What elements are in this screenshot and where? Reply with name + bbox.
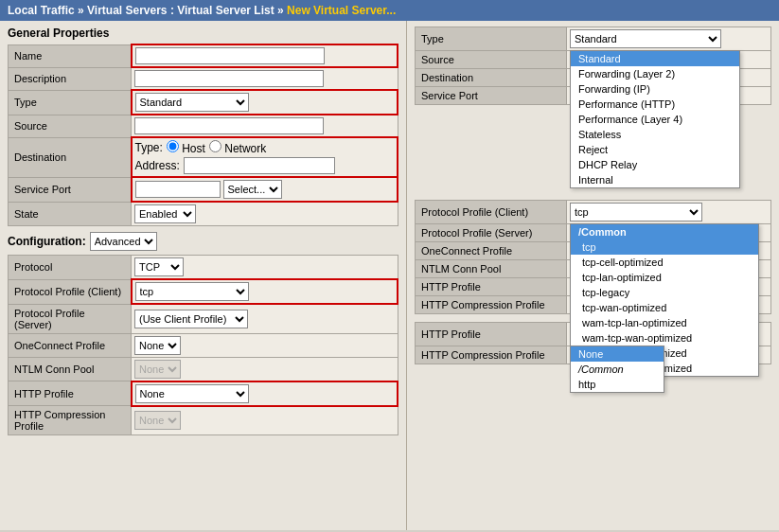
type-option-fwdip[interactable]: Forwarding (IP)	[571, 81, 739, 97]
description-label: Description	[9, 67, 132, 90]
configuration-table: Protocol TCP UDP SCTP Protocol Profile (…	[8, 255, 398, 435]
source-input-cell	[132, 115, 398, 137]
proto-dropdown-section: Protocol Profile (Client) tcp /Common tc…	[415, 200, 771, 314]
destination-input-cell: Type: Host Network Address:	[132, 137, 398, 177]
http-profile-cell: None	[132, 381, 398, 406]
http-dropdown-group: /Common	[571, 362, 664, 377]
breadcrumb-virtual-servers[interactable]: Virtual Servers : Virtual Server List	[87, 4, 274, 17]
oneconnect-select[interactable]: None	[134, 336, 181, 355]
dest-type-label: Type:	[135, 141, 163, 154]
right-http-compression-label: HTTP Compression Profile	[416, 346, 567, 364]
type-label: Type	[9, 90, 132, 115]
state-row: State Enabled Disabled	[9, 202, 398, 226]
oneconnect-cell: None	[132, 333, 398, 357]
type-option-perfl4[interactable]: Performance (Layer 4)	[571, 112, 739, 127]
type-option-fwdl2[interactable]: Forwarding (Layer 2)	[571, 66, 739, 81]
dest-network-label: Network	[209, 140, 266, 155]
source-row: Source	[9, 115, 398, 137]
oneconnect-label: OneConnect Profile	[9, 333, 132, 357]
proto-profile-client-label: Protocol Profile (Client)	[9, 279, 132, 304]
right-type-select[interactable]: Standard	[570, 29, 721, 48]
http-option-none[interactable]: None	[571, 346, 664, 362]
config-mode-select[interactable]: Advanced Basic	[90, 232, 157, 251]
right-oneconnect-label: OneConnect Profile	[416, 242, 567, 260]
right-source-label: Source	[416, 51, 567, 69]
proto-option-tcp-wan[interactable]: tcp-wan-optimized	[571, 300, 758, 315]
general-properties-table: Name Description Type Standard Forwardin…	[8, 44, 398, 226]
proto-dropdown-container: tcp /Common tcp tcp-cell-optimized tcp-l…	[570, 203, 702, 222]
right-proto-client-select[interactable]: tcp	[570, 203, 702, 222]
type-dropdown-popup: Standard Forwarding (Layer 2) Forwarding…	[570, 50, 740, 188]
http-compression-cell: None	[132, 406, 398, 435]
header: Local Traffic » Virtual Servers : Virtua…	[0, 0, 779, 21]
type-option-internal[interactable]: Internal	[571, 172, 739, 187]
proto-option-tcp-lan[interactable]: tcp-lan-optimized	[571, 270, 758, 285]
right-destination-label: Destination	[416, 69, 567, 87]
http-profile-label: HTTP Profile	[9, 381, 132, 406]
service-port-input-cell: Select...	[132, 177, 398, 202]
state-label: State	[9, 202, 132, 226]
http-compression-select[interactable]: None	[134, 411, 181, 430]
sep1: »	[78, 4, 87, 17]
proto-option-wam-lan[interactable]: wam-tcp-lan-optimized	[571, 315, 758, 330]
breadcrumb-local-traffic[interactable]: Local Traffic	[8, 4, 75, 17]
right-type-cell: Standard Standard Forwarding (Layer 2) F…	[567, 27, 771, 51]
proto-profile-server-select[interactable]: (Use Client Profile)	[134, 310, 248, 328]
proto-client-dropdown-row: Protocol Profile (Client) tcp /Common tc…	[416, 201, 771, 224]
dest-network-radio[interactable]	[209, 140, 221, 152]
proto-option-tcp-cell[interactable]: tcp-cell-optimized	[571, 255, 758, 270]
sep2: »	[277, 4, 287, 17]
protocol-row: Protocol TCP UDP SCTP	[9, 256, 398, 280]
service-port-label: Service Port	[9, 177, 132, 202]
right-proto-client-cell: tcp /Common tcp tcp-cell-optimized tcp-l…	[567, 201, 771, 224]
dest-type-row: Type: Host Network	[135, 140, 395, 155]
right-http-compression-label2: HTTP Compression Profile	[416, 296, 567, 314]
description-input[interactable]	[134, 70, 324, 87]
dest-address-label: Address:	[135, 159, 180, 172]
type-option-perfhttp[interactable]: Performance (HTTP)	[571, 97, 739, 112]
proto-profile-client-cell: tcp	[132, 279, 398, 304]
name-row: Name	[9, 44, 398, 67]
proto-profile-server-cell: (Use Client Profile)	[132, 304, 398, 333]
proto-option-wam-wan[interactable]: wam-tcp-wan-optimized	[571, 330, 758, 346]
dest-addr-row: Address:	[135, 157, 395, 174]
protocol-input-cell: TCP UDP SCTP	[132, 256, 398, 280]
general-properties-title: General Properties	[8, 27, 398, 40]
ntlm-cell: None	[132, 357, 398, 381]
config-title: Configuration:	[8, 235, 86, 248]
protocol-select[interactable]: TCP UDP SCTP	[134, 257, 184, 276]
dest-host-radio[interactable]	[167, 140, 179, 152]
proto-dropdown-group: /Common	[571, 224, 758, 239]
state-select[interactable]: Enabled Disabled	[134, 204, 196, 223]
ntlm-select[interactable]: None	[134, 360, 181, 379]
right-proto-client-label: Protocol Profile (Client)	[416, 201, 567, 224]
http-compression-label: HTTP Compression Profile	[9, 406, 132, 435]
type-option-dhcp[interactable]: DHCP Relay	[571, 157, 739, 172]
source-input[interactable]	[134, 117, 324, 134]
type-option-stateless[interactable]: Stateless	[571, 127, 739, 142]
name-label: Name	[9, 44, 132, 67]
description-input-cell	[132, 67, 398, 90]
type-option-reject[interactable]: Reject	[571, 142, 739, 157]
type-dropdown-row: Type Standard Standard Forwarding (Layer…	[416, 27, 771, 51]
right-ntlm-label: NTLM Conn Pool	[416, 260, 567, 278]
type-option-standard[interactable]: Standard	[571, 51, 739, 66]
source-label: Source	[9, 115, 132, 137]
http-profile-select[interactable]: None	[135, 384, 249, 403]
http-compression-row: HTTP Compression Profile None	[9, 406, 398, 435]
destination-row: Destination Type: Host Network	[9, 137, 398, 177]
service-port-row: Service Port Select...	[9, 177, 398, 202]
description-row: Description	[9, 67, 398, 90]
proto-option-tcp-legacy[interactable]: tcp-legacy	[571, 285, 758, 300]
name-input[interactable]	[135, 47, 325, 64]
ntlm-row: NTLM Conn Pool None	[9, 357, 398, 381]
right-proto-server-label: Protocol Profile (Server)	[416, 224, 567, 242]
type-dropdown-section: Type Standard Standard Forwarding (Layer…	[415, 27, 771, 105]
type-select[interactable]: Standard Forwarding (Layer 2) Forwarding…	[135, 93, 249, 112]
service-port-select[interactable]: Select...	[223, 180, 282, 199]
dest-address-input[interactable]	[184, 157, 335, 174]
proto-profile-client-select[interactable]: tcp	[135, 282, 249, 301]
service-port-input[interactable]	[135, 181, 221, 198]
http-option-http[interactable]: http	[571, 377, 664, 392]
proto-option-tcp[interactable]: tcp	[571, 239, 758, 255]
